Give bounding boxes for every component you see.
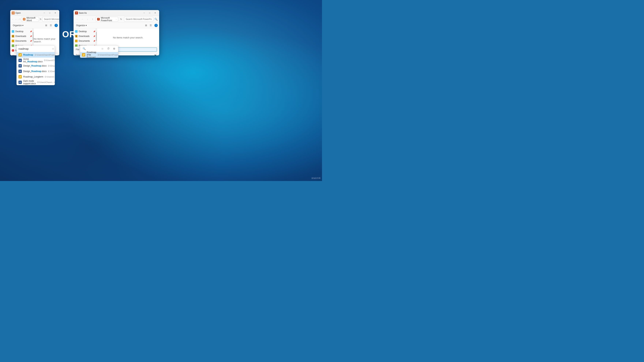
saveas-grid-view[interactable]: ⊞ <box>144 23 148 28</box>
save-result-path-0: D:\Users\Chann\Projects <box>98 54 118 56</box>
saveas-desktop-pin: 📌 <box>93 30 95 32</box>
saveas-content: Desktop 📌 ⬇ Downloads 📌 Documents 📌 Pict… <box>74 28 159 47</box>
music-icon <box>12 49 14 52</box>
result-word-icon-3: W <box>18 70 22 73</box>
result-folder-icon-4: 📁 <box>18 75 22 78</box>
saveas-maximize[interactable]: □ <box>147 11 152 15</box>
saveas-back-button[interactable]: ← <box>75 17 80 21</box>
list-view-button[interactable]: ☰ <box>49 23 53 28</box>
save-result-0[interactable]: 📁 Roadmap (File Explorer) D:\Users\Chann… <box>80 52 118 58</box>
documents-label: Documents <box>15 40 29 42</box>
search-field[interactable] <box>18 47 50 50</box>
result-path-5: D:\Users\Chann\...\Roadmap <box>37 81 55 83</box>
result-path-0: D:\Users\Chann\Projects <box>35 54 55 56</box>
saveas-minimize[interactable]: ─ <box>142 11 147 15</box>
sidebar-item-desktop[interactable]: Desktop 📌 <box>10 29 34 34</box>
open-dialog-controls: ─ □ ✕ <box>42 11 58 15</box>
open-dialog-close[interactable]: ✕ <box>53 11 58 15</box>
result-name-3: Design_Roadmap.docx <box>23 70 46 73</box>
downloads-label: Downloads <box>15 35 29 37</box>
search-dropdown: ☆ ⏱ ⚙ 📁 Roadmap D:\Users\Chann\Projects … <box>16 45 55 85</box>
save-folder-icon-0: 📁 <box>82 53 85 56</box>
result-path-4: D:\Users\Chann\Projects <box>45 76 55 78</box>
save-history-btn[interactable]: ⏱ <box>106 47 110 51</box>
search-result-4[interactable]: 📁 Roadmap_Longterm D:\Users\Chann\Projec… <box>17 74 55 79</box>
saveas-toolbar: ← → ↓ ↑ P Microsoft PowerPoint ↓ ↻ 🔍 <box>74 16 159 22</box>
view-icons: ⊞ ☰ <box>44 23 53 28</box>
save-settings-btn[interactable]: ⚙ <box>112 47 116 51</box>
result-word-icon-1: W <box>18 59 22 62</box>
documents-pin: 📌 <box>30 40 32 42</box>
saveas-sidebar-documents[interactable]: Documents 📌 <box>74 38 97 43</box>
save-dropdown: 🔍 ☆ ⏱ ⚙ 📁 Roadmap (File Explorer) D:\Use… <box>80 45 118 58</box>
saveas-view-icons: ⊞ ☰ <box>144 23 153 28</box>
saveas-address-icon: P <box>97 18 100 20</box>
back-button[interactable]: ← <box>12 17 14 21</box>
saveas-sidebar-desktop[interactable]: Desktop 📌 <box>74 29 97 34</box>
search-input[interactable] <box>42 17 59 21</box>
search-result-2[interactable]: W Design_Roadmap.docx D:\Dropbox\...\Roa… <box>17 63 55 68</box>
saveas-address-dropdown[interactable]: ↓ <box>116 18 117 20</box>
saveas-main-content: No items match your search. <box>97 28 159 47</box>
saveas-help-button[interactable]: ? <box>154 24 158 27</box>
result-name-2: Design_Roadmap.docx <box>23 64 46 67</box>
result-name-5: Dark mode support.docx <box>23 80 36 85</box>
saveas-address-bar[interactable]: P Microsoft PowerPoint ↓ <box>96 17 118 21</box>
result-word-icon-2: W <box>18 64 22 67</box>
saveas-address-text: Microsoft PowerPoint <box>101 17 115 22</box>
saveas-sidebar: Desktop 📌 ⬇ Downloads 📌 Documents 📌 Pict… <box>74 28 97 47</box>
recent-button[interactable]: ↓ <box>18 17 19 21</box>
saveas-desktop-label: Desktop <box>79 30 92 33</box>
result-name-4: Roadmap_Longterm <box>23 75 43 78</box>
forward-button[interactable]: → <box>15 17 17 21</box>
search-result-0[interactable]: 📁 Roadmap D:\Users\Chann\Projects Ctrl+1 <box>17 52 55 58</box>
open-dialog-organize-bar: Organize ▾ ⊞ ☰ ? <box>10 22 59 28</box>
saveas-search-button[interactable]: 🔍 <box>154 17 158 21</box>
result-name-1: Acme Inc_Roadmap.docx <box>23 58 43 63</box>
result-word-icon-5: W <box>18 81 22 84</box>
up-button[interactable]: ↑ <box>20 17 20 21</box>
organize-button[interactable]: Organize ▾ <box>12 24 24 27</box>
address-icon: W <box>23 18 26 20</box>
saveas-search-input[interactable] <box>124 17 153 21</box>
saveas-scrollbar-thumb[interactable] <box>96 32 97 41</box>
search-bookmark-btn[interactable]: ☆ <box>52 47 54 51</box>
desktop-pin: 📌 <box>30 30 32 32</box>
saveas-recent-button[interactable]: ↓ <box>85 17 90 21</box>
saveas-scrollbar-track <box>96 28 97 47</box>
search-result-3[interactable]: W Design_Roadmap.docx E:\OneDrive\...\Ro… <box>17 68 55 74</box>
result-name-0: Roadmap <box>23 53 33 56</box>
no-items-text: No items match your search. <box>34 37 59 43</box>
sidebar-item-downloads[interactable]: ⬇ Downloads 📌 <box>10 34 34 38</box>
open-dialog-toolbar: ← → ↓ ↑ W Microsoft Word ↓ ↻ 🔍 <box>10 16 59 22</box>
sidebar-scrollbar-thumb[interactable] <box>33 32 34 41</box>
documents-icon <box>12 40 14 42</box>
address-text: Microsoft Word <box>26 17 36 22</box>
watermark-text: 派兔软件网 <box>312 177 320 179</box>
open-dialog-maximize[interactable]: □ <box>47 11 52 15</box>
saveas-close[interactable]: ✕ <box>152 11 158 15</box>
pictures-icon <box>12 44 14 47</box>
search-result-5[interactable]: W Dark mode support.docx D:\Users\Chann\… <box>17 79 55 85</box>
result-path-3: E:\OneDrive\...\Roadmap <box>48 70 55 72</box>
saveas-pictures-icon <box>75 44 78 47</box>
help-button[interactable]: ? <box>54 24 58 27</box>
save-bookmark-btn[interactable]: ☆ <box>100 47 105 51</box>
open-dialog-minimize[interactable]: ─ <box>42 11 47 15</box>
address-dropdown-arrow[interactable]: ↓ <box>36 18 38 20</box>
saveas-sidebar-downloads[interactable]: ⬇ Downloads 📌 <box>74 34 97 38</box>
sidebar-item-documents[interactable]: Documents 📌 <box>10 38 34 43</box>
result-folder-icon-0: 📁 <box>18 53 22 56</box>
saveas-organize-button[interactable]: Organize ▾ <box>75 24 88 27</box>
grid-view-button[interactable]: ⊞ <box>44 23 48 28</box>
saveas-list-view[interactable]: ☰ <box>148 23 153 28</box>
saveas-refresh-button[interactable]: ↻ <box>119 17 123 21</box>
search-result-1[interactable]: W Acme Inc_Roadmap.docx D:\Users\Chann\.… <box>17 58 55 63</box>
saveas-up-button[interactable]: ↑ <box>90 17 95 21</box>
address-bar[interactable]: W Microsoft Word ↓ <box>21 17 39 21</box>
saveas-documents-icon <box>75 40 78 42</box>
desktop-label: Desktop <box>15 30 29 33</box>
saveas-downloads-pin: 📌 <box>93 35 95 37</box>
refresh-button[interactable]: ↻ <box>40 17 42 21</box>
saveas-forward-button[interactable]: → <box>80 17 84 21</box>
